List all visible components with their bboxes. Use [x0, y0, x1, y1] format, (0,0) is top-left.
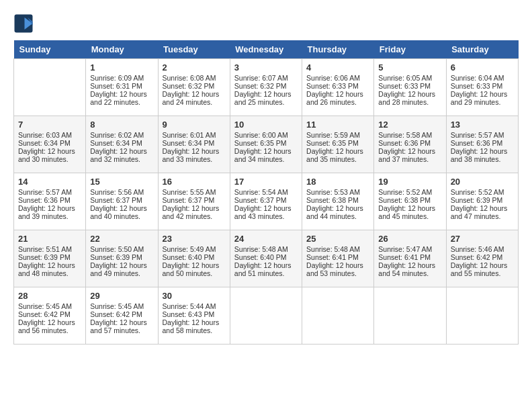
sunrise-text: Sunrise: 5:54 AM [234, 188, 298, 196]
day-cell: 16Sunrise: 5:55 AMSunset: 6:37 PMDayligh… [158, 173, 230, 230]
sunrise-text: Sunrise: 5:57 AM [18, 188, 81, 196]
sunset-text: Sunset: 6:37 PM [234, 196, 298, 204]
day-cell [374, 287, 446, 345]
sunrise-text: Sunrise: 5:52 AM [451, 188, 514, 196]
sunrise-text: Sunrise: 5:59 AM [306, 131, 369, 139]
sunset-text: Sunset: 6:40 PM [163, 253, 226, 261]
daylight-text: Daylight: 12 hours and 32 minutes. [90, 147, 153, 163]
day-number: 26 [378, 234, 441, 244]
sunset-text: Sunset: 6:33 PM [306, 82, 369, 90]
day-cell: 4Sunrise: 6:06 AMSunset: 6:33 PMDaylight… [302, 59, 374, 116]
daylight-text: Daylight: 12 hours and 44 minutes. [306, 204, 369, 220]
sunset-text: Sunset: 6:35 PM [306, 139, 369, 147]
day-number: 16 [163, 177, 226, 187]
day-cell [302, 287, 374, 345]
day-number: 15 [90, 177, 153, 187]
week-row-4: 21Sunrise: 5:51 AMSunset: 6:39 PMDayligh… [14, 230, 519, 287]
sunset-text: Sunset: 6:39 PM [90, 253, 153, 261]
day-cell: 8Sunrise: 6:02 AMSunset: 6:34 PMDaylight… [86, 116, 158, 173]
day-number: 20 [451, 177, 514, 187]
day-number: 5 [378, 62, 441, 73]
daylight-text: Daylight: 12 hours and 33 minutes. [163, 147, 226, 163]
sunset-text: Sunset: 6:34 PM [163, 139, 226, 147]
day-number: 22 [90, 234, 153, 244]
sunset-text: Sunset: 6:38 PM [378, 196, 441, 204]
weekday-header-row: SundayMondayTuesdayWednesdayThursdayFrid… [14, 40, 519, 59]
sunrise-text: Sunrise: 6:01 AM [163, 131, 226, 139]
weekday-saturday: Saturday [446, 40, 518, 59]
day-cell: 7Sunrise: 6:03 AMSunset: 6:34 PMDaylight… [14, 116, 86, 173]
sunset-text: Sunset: 6:42 PM [451, 253, 514, 261]
sunset-text: Sunset: 6:32 PM [163, 82, 226, 90]
daylight-text: Daylight: 12 hours and 34 minutes. [234, 147, 298, 163]
day-cell: 14Sunrise: 5:57 AMSunset: 6:36 PMDayligh… [14, 173, 86, 230]
day-cell: 10Sunrise: 6:00 AMSunset: 6:35 PMDayligh… [230, 116, 302, 173]
day-number: 28 [18, 291, 81, 301]
day-cell: 11Sunrise: 5:59 AMSunset: 6:35 PMDayligh… [302, 116, 374, 173]
daylight-text: Daylight: 12 hours and 49 minutes. [90, 261, 153, 277]
day-number: 24 [234, 234, 298, 244]
header [13, 13, 519, 34]
sunset-text: Sunset: 6:38 PM [306, 196, 369, 204]
sunset-text: Sunset: 6:39 PM [18, 253, 81, 261]
day-cell: 28Sunrise: 5:45 AMSunset: 6:42 PMDayligh… [14, 287, 86, 345]
day-cell: 5Sunrise: 6:05 AMSunset: 6:33 PMDaylight… [374, 59, 446, 116]
sunset-text: Sunset: 6:31 PM [90, 82, 153, 90]
sunrise-text: Sunrise: 6:04 AM [451, 74, 514, 82]
day-number: 29 [90, 291, 153, 301]
day-number: 7 [18, 120, 81, 130]
daylight-text: Daylight: 12 hours and 28 minutes. [378, 90, 441, 106]
sunset-text: Sunset: 6:33 PM [378, 82, 441, 90]
sunset-text: Sunset: 6:36 PM [451, 139, 514, 147]
daylight-text: Daylight: 12 hours and 40 minutes. [90, 204, 153, 220]
weekday-thursday: Thursday [302, 40, 374, 59]
sunrise-text: Sunrise: 5:45 AM [90, 302, 153, 310]
weekday-wednesday: Wednesday [230, 40, 302, 59]
day-number: 18 [306, 177, 369, 187]
sunset-text: Sunset: 6:34 PM [90, 139, 153, 147]
day-cell: 1Sunrise: 6:09 AMSunset: 6:31 PMDaylight… [86, 59, 158, 116]
day-cell: 25Sunrise: 5:48 AMSunset: 6:41 PMDayligh… [302, 230, 374, 287]
weekday-sunday: Sunday [14, 40, 86, 59]
day-cell: 6Sunrise: 6:04 AMSunset: 6:33 PMDaylight… [446, 59, 518, 116]
sunrise-text: Sunrise: 5:48 AM [306, 245, 369, 253]
sunrise-text: Sunrise: 5:46 AM [451, 245, 514, 253]
day-number: 19 [378, 177, 441, 187]
day-number: 12 [378, 120, 441, 130]
day-number: 25 [306, 234, 369, 244]
daylight-text: Daylight: 12 hours and 24 minutes. [163, 90, 226, 106]
sunrise-text: Sunrise: 6:08 AM [163, 74, 226, 82]
sunrise-text: Sunrise: 5:51 AM [18, 245, 81, 253]
week-row-3: 14Sunrise: 5:57 AMSunset: 6:36 PMDayligh… [14, 173, 519, 230]
day-number: 23 [163, 234, 226, 244]
day-cell: 3Sunrise: 6:07 AMSunset: 6:32 PMDaylight… [230, 59, 302, 116]
day-number: 8 [90, 120, 153, 130]
sunrise-text: Sunrise: 5:47 AM [378, 245, 441, 253]
daylight-text: Daylight: 12 hours and 54 minutes. [378, 261, 441, 277]
calendar-table: SundayMondayTuesdayWednesdayThursdayFrid… [13, 40, 519, 345]
day-cell: 12Sunrise: 5:58 AMSunset: 6:36 PMDayligh… [374, 116, 446, 173]
sunset-text: Sunset: 6:35 PM [234, 139, 298, 147]
daylight-text: Daylight: 12 hours and 26 minutes. [306, 90, 369, 106]
day-cell: 19Sunrise: 5:52 AMSunset: 6:38 PMDayligh… [374, 173, 446, 230]
weekday-tuesday: Tuesday [158, 40, 230, 59]
daylight-text: Daylight: 12 hours and 45 minutes. [378, 204, 441, 220]
day-number: 3 [234, 62, 298, 73]
day-cell: 9Sunrise: 6:01 AMSunset: 6:34 PMDaylight… [158, 116, 230, 173]
day-cell: 20Sunrise: 5:52 AMSunset: 6:39 PMDayligh… [446, 173, 518, 230]
daylight-text: Daylight: 12 hours and 57 minutes. [90, 318, 153, 334]
sunrise-text: Sunrise: 6:05 AM [378, 74, 441, 82]
day-number: 10 [234, 120, 298, 130]
daylight-text: Daylight: 12 hours and 30 minutes. [18, 147, 81, 163]
day-cell [230, 287, 302, 345]
sunrise-text: Sunrise: 5:53 AM [306, 188, 369, 196]
sunrise-text: Sunrise: 6:09 AM [90, 74, 153, 82]
sunset-text: Sunset: 6:41 PM [306, 253, 369, 261]
day-number: 14 [18, 177, 81, 187]
day-cell [14, 59, 86, 116]
sunrise-text: Sunrise: 5:58 AM [378, 131, 441, 139]
day-cell: 2Sunrise: 6:08 AMSunset: 6:32 PMDaylight… [158, 59, 230, 116]
sunset-text: Sunset: 6:41 PM [378, 253, 441, 261]
daylight-text: Daylight: 12 hours and 22 minutes. [90, 90, 153, 106]
day-number: 17 [234, 177, 298, 187]
